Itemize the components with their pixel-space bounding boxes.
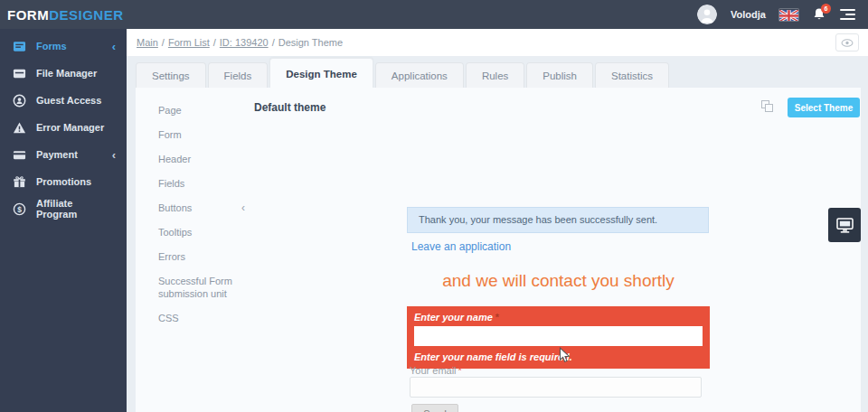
theme-menu-item-css[interactable]: CSS [158, 312, 245, 324]
theme-menu-item-form[interactable]: Form [158, 128, 245, 141]
required-asterisk: * [495, 312, 499, 323]
eye-icon [841, 39, 854, 47]
sidebar-item-file-manager[interactable]: File Manager [0, 60, 127, 87]
user-avatar[interactable] [697, 5, 717, 24]
form-designer-app: FORMDESIGNER Volodja 6 Forms ‹ File Mana… [0, 0, 868, 412]
breadcrumb-separator: / [162, 37, 165, 48]
svg-text:$: $ [17, 204, 22, 213]
sidebar-item-label: Error Manager [36, 122, 104, 133]
payment-icon [13, 148, 26, 162]
tab-rules[interactable]: Rules [466, 62, 524, 89]
sidebar-item-guest-access[interactable]: Guest Access [0, 87, 127, 114]
breadcrumb-link-form-id[interactable]: ID: 139420 [220, 37, 269, 48]
guest-access-icon [13, 94, 26, 108]
select-theme-button[interactable]: Select Theme [788, 98, 860, 117]
affiliate-program-icon: $ [13, 202, 26, 216]
form-subtitle: and we will contact you shortly [407, 271, 710, 291]
breadcrumb-link-form-list[interactable]: Form List [168, 37, 210, 48]
sidebar-item-payment[interactable]: Payment ‹ [0, 141, 127, 168]
theme-menu-item-success-unit[interactable]: Successful Form submission unit [158, 275, 245, 300]
page-title: Default theme [254, 101, 326, 114]
email-field-label: Your email* [410, 365, 462, 376]
breadcrumb-separator: / [272, 37, 275, 48]
leave-application-link[interactable]: Leave an application [411, 240, 511, 253]
file-manager-icon [13, 67, 26, 80]
sidebar-item-label: Promotions [36, 176, 91, 187]
sidebar-nav: Forms ‹ File Manager Guest Access Error … [0, 29, 127, 412]
theme-menu-item-errors[interactable]: Errors [158, 250, 245, 263]
notifications-button[interactable]: 6 [812, 7, 826, 22]
logo-form: FORM [7, 7, 49, 23]
tab-applications[interactable]: Applications [375, 62, 464, 89]
preview-toggle-button[interactable] [835, 33, 859, 52]
sidebar-item-label: Forms [36, 41, 67, 52]
sidebar-item-affiliate-program[interactable]: $ Affiliate Program [0, 195, 127, 222]
sidebar-item-promotions[interactable]: Promotions [0, 168, 127, 195]
email-input[interactable] [410, 377, 702, 398]
tab-settings[interactable]: Settings [136, 62, 206, 89]
breadcrumb-separator: / [213, 37, 216, 48]
language-flag-icon[interactable] [779, 9, 798, 21]
avatar-person-icon [697, 5, 717, 24]
theme-menu-item-page[interactable]: Page [158, 104, 245, 117]
theme-menu-item-header[interactable]: Header [158, 153, 245, 165]
sidebar-item-forms[interactable]: Forms ‹ [0, 33, 127, 60]
breadcrumb: Main / Form List / ID: 139420 / Design T… [127, 29, 868, 56]
name-field-error-block: Enter your name* Enter your name field i… [407, 306, 710, 369]
forms-icon [13, 40, 26, 53]
desktop-preview-button[interactable] [828, 208, 861, 242]
tab-statistics[interactable]: Statistics [595, 62, 669, 89]
chevron-left-icon: ‹ [112, 149, 116, 161]
theme-menu-item-fields[interactable]: Fields [158, 177, 245, 190]
sidebar-item-label: Payment [36, 149, 78, 160]
required-asterisk: * [458, 365, 462, 376]
tab-design-theme[interactable]: Design Theme [269, 58, 373, 89]
promotions-icon [13, 175, 26, 189]
name-field-error-text: Enter your name field is required. [414, 351, 703, 362]
chevron-left-icon: ‹ [241, 201, 245, 214]
sidebar-item-label: File Manager [36, 68, 97, 79]
user-name[interactable]: Volodja [731, 9, 766, 20]
theme-menu-item-buttons[interactable]: Buttons‹ [158, 201, 245, 214]
error-manager-icon [13, 121, 26, 135]
sidebar-item-label: Affiliate Program [36, 198, 116, 220]
name-input[interactable] [414, 326, 703, 346]
topbar-actions: Volodja 6 [697, 5, 855, 24]
tab-fields[interactable]: Fields [208, 62, 269, 89]
menu-toggle-button[interactable] [840, 9, 855, 20]
monitor-icon [836, 218, 854, 233]
logo-designer: DESIGNER [49, 7, 123, 23]
theme-section-menu: Page Form Header Fields Buttons‹ Tooltip… [158, 104, 245, 336]
theme-menu-item-tooltips[interactable]: Tooltips [158, 226, 245, 239]
notification-badge: 6 [821, 4, 831, 14]
success-alert: Thank you, your message has been success… [407, 207, 709, 233]
send-button[interactable]: Send [411, 404, 458, 412]
name-field-label: Enter your name* [414, 312, 703, 323]
top-bar: FORMDESIGNER Volodja 6 [0, 0, 868, 29]
sidebar-item-error-manager[interactable]: Error Manager [0, 114, 127, 141]
sidebar-item-label: Guest Access [36, 95, 101, 106]
breadcrumb-link-main[interactable]: Main [137, 37, 158, 48]
copy-theme-button[interactable] [761, 100, 775, 114]
breadcrumb-current: Design Theme [278, 37, 343, 48]
tab-bar: Settings Fields Design Theme Application… [136, 58, 671, 89]
app-logo: FORMDESIGNER [7, 7, 124, 23]
chevron-left-icon: ‹ [112, 41, 116, 52]
tab-publish[interactable]: Publish [526, 62, 593, 89]
